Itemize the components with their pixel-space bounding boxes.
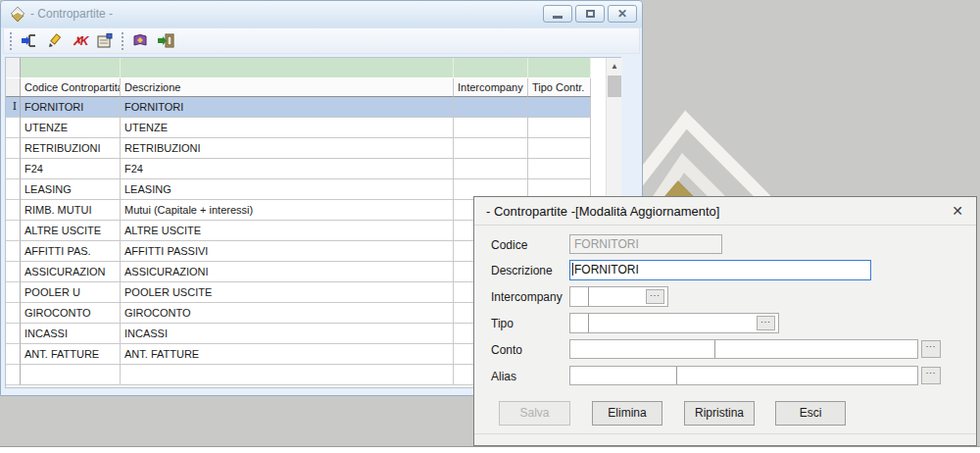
conto-label: Conto [491, 343, 522, 357]
row-selector[interactable] [6, 138, 21, 159]
cell-tipo[interactable] [528, 159, 591, 179]
cell-descrizione[interactable]: F24 [121, 159, 454, 179]
current-row-marker[interactable]: I [6, 97, 21, 118]
cell-codice[interactable]: POOLER U [21, 282, 121, 303]
filter-row[interactable] [6, 58, 592, 78]
cell-codice[interactable]: RETRIBUZIONI [21, 138, 121, 159]
row-selector[interactable] [6, 303, 21, 324]
cell-tipo[interactable] [528, 118, 591, 138]
conto-lookup-button[interactable]: ... [921, 340, 941, 358]
conto-field[interactable] [569, 339, 918, 359]
alias-field[interactable] [569, 366, 918, 385]
elimina-button[interactable]: Elimina [592, 401, 662, 426]
cell-codice[interactable]: RIMB. MUTUI [21, 200, 121, 221]
row-selector[interactable] [6, 324, 21, 344]
titlebar[interactable]: - Contropartite - ✕ [1, 1, 642, 27]
properties-button[interactable] [94, 31, 116, 51]
column-header-tipo[interactable]: Tipo Contr. [528, 78, 591, 97]
row-selector[interactable] [6, 118, 21, 138]
exit-button[interactable] [155, 31, 176, 51]
table-row[interactable]: F24F24 [6, 159, 592, 179]
cell-descrizione[interactable]: GIROCONTO [121, 303, 454, 324]
table-row[interactable]: IFORNITORIFORNITORI [6, 97, 592, 118]
cell-intercompany[interactable] [454, 118, 528, 138]
row-selector[interactable] [6, 344, 21, 365]
cell-descrizione[interactable]: FORNITORI [121, 97, 454, 118]
filter-cell-intercompany[interactable] [454, 58, 528, 78]
delete-record-button[interactable]: ✗K [69, 31, 90, 51]
column-header-descrizione[interactable]: Descrizione [121, 78, 454, 97]
cell-descrizione[interactable]: UTENZE [121, 118, 454, 138]
help-button[interactable] [129, 31, 151, 51]
cell-codice[interactable]: INCASSI [21, 324, 121, 344]
ripristina-button[interactable]: Ripristina [684, 401, 755, 426]
exit-door-icon [158, 33, 174, 48]
cell-codice[interactable]: GIROCONTO [21, 303, 121, 324]
cell-descrizione[interactable]: POOLER USCITE [121, 282, 454, 303]
cell-codice[interactable]: FORNITORI [21, 97, 121, 118]
cell-codice[interactable]: ANT. FATTURE [21, 344, 121, 365]
esci-button[interactable]: Esci [775, 401, 846, 426]
toolbar-grip[interactable] [122, 32, 124, 50]
row-selector[interactable] [6, 200, 21, 221]
row-selector[interactable] [6, 159, 21, 179]
add-record-button[interactable] [18, 31, 39, 51]
cell-intercompany[interactable] [454, 97, 528, 118]
maximize-button[interactable] [575, 5, 605, 23]
cell-descrizione[interactable]: RETRIBUZIONI [121, 138, 454, 159]
scroll-up-icon[interactable]: ▲ [607, 58, 622, 75]
delete-record-icon: ✗K [73, 34, 87, 48]
cell-codice[interactable]: UTENZE [21, 118, 121, 138]
cell-tipo[interactable] [528, 138, 591, 159]
cell-descrizione[interactable]: ASSICURAZIONI [121, 262, 454, 282]
table-row[interactable]: RETRIBUZIONIRETRIBUZIONI [6, 138, 592, 159]
cell-codice[interactable]: ALTRE USCITE [21, 221, 121, 241]
table-row[interactable]: UTENZEUTENZE [6, 118, 592, 138]
intercompany-lookup-button[interactable]: ... [646, 289, 664, 304]
filter-cell-descrizione[interactable] [121, 58, 454, 78]
tipo-field[interactable]: ... [569, 313, 779, 333]
descrizione-field[interactable]: FORNITORI [569, 260, 871, 280]
row-selector[interactable] [6, 221, 21, 241]
toolbar-grip[interactable] [10, 32, 13, 50]
cell-descrizione[interactable]: ALTRE USCITE [121, 221, 454, 241]
dialog-title: - Contropartite -[Modalità Aggiornamento… [474, 197, 976, 226]
cell-codice[interactable]: AFFITTI PAS. [21, 241, 121, 262]
header-selector-cell [6, 78, 21, 97]
scrollbar-thumb[interactable] [608, 76, 621, 97]
field-divider [676, 367, 677, 384]
intercompany-field[interactable]: ... [569, 286, 668, 307]
salva-button[interactable]: Salva [499, 401, 570, 426]
edit-pencil-icon [47, 33, 62, 48]
row-selector[interactable] [6, 241, 21, 262]
column-header-intercompany[interactable]: Intercompany [454, 78, 528, 97]
cell-descrizione[interactable]: ANT. FATTURE [121, 344, 454, 365]
filter-cell-codice[interactable] [21, 58, 121, 78]
cell-intercompany[interactable] [454, 138, 528, 159]
cell-tipo[interactable] [528, 97, 591, 118]
cell-descrizione[interactable]: INCASSI [121, 324, 454, 344]
maximize-icon [586, 10, 595, 18]
cell-codice[interactable]: ASSICURAZION [21, 262, 121, 282]
properties-icon [97, 33, 113, 48]
toolbar: ✗K [3, 27, 640, 54]
cell-descrizione[interactable]: LEASING [121, 179, 454, 200]
cell-intercompany[interactable] [454, 159, 528, 179]
close-button[interactable]: ✕ [608, 5, 637, 23]
filter-cell-tipo[interactable] [528, 58, 591, 78]
cell-descrizione[interactable]: AFFITTI PASSIVI [121, 241, 454, 262]
cell-descrizione[interactable]: Mutui (Capitale + interessi) [121, 200, 454, 221]
cell-codice[interactable]: LEASING [21, 179, 121, 200]
tipo-lookup-button[interactable]: ... [757, 316, 775, 330]
column-header-codice[interactable]: Codice Contropartita [21, 78, 121, 97]
row-selector[interactable] [6, 262, 21, 282]
cell-codice[interactable]: F24 [21, 159, 121, 179]
screen: - Contropartite - ✕ [0, 0, 980, 453]
window-title: - Contropartite - [30, 7, 113, 21]
edit-record-button[interactable] [43, 31, 65, 51]
minimize-button[interactable] [543, 5, 572, 23]
row-selector[interactable] [6, 179, 21, 200]
alias-lookup-button[interactable]: ... [921, 367, 941, 384]
row-selector[interactable] [6, 282, 21, 303]
dialog-close-icon[interactable]: ✕ [952, 204, 963, 218]
